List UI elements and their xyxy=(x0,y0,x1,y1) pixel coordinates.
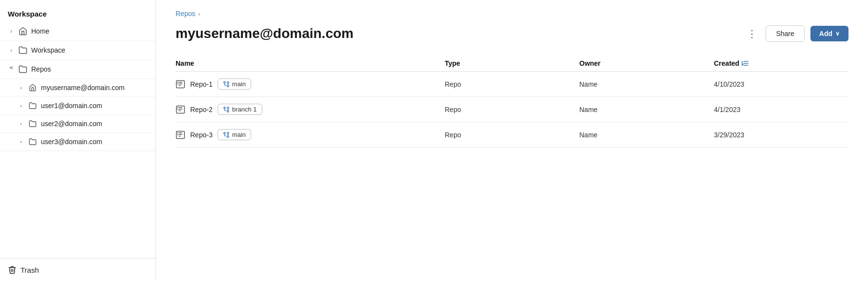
chevron-right-icon: › xyxy=(18,138,24,145)
folder-icon xyxy=(19,65,27,74)
repo-name-cell: Repo-2 branch 1 xyxy=(176,104,445,115)
sidebar-child-label: user2@domain.com xyxy=(41,120,102,128)
table-header: Name Type Owner Created xyxy=(176,56,848,72)
sidebar-item-trash[interactable]: Trash xyxy=(0,258,156,281)
sidebar-child-label: user1@domain.com xyxy=(41,102,102,110)
table-row[interactable]: Repo-2 branch 1 Repo Name xyxy=(176,97,848,122)
chevron-right-icon: › xyxy=(18,120,24,127)
sidebar-item-user3[interactable]: › user3@domain.com xyxy=(0,133,156,151)
branch-name: main xyxy=(232,80,246,88)
branch-badge[interactable]: main xyxy=(217,78,251,90)
cell-owner: Name xyxy=(579,106,714,113)
repo-icon xyxy=(176,79,185,89)
chevron-down-icon: ∨ xyxy=(8,66,15,73)
repo-icon xyxy=(176,105,185,114)
svg-point-27 xyxy=(177,132,178,133)
repo-icon xyxy=(176,130,185,140)
branch-badge[interactable]: main xyxy=(217,129,251,140)
branch-name: main xyxy=(232,131,246,138)
cell-type: Repo xyxy=(445,80,579,88)
trash-label: Trash xyxy=(20,266,39,274)
add-label: Add xyxy=(819,30,832,37)
col-owner-header: Owner xyxy=(579,59,714,67)
branch-icon xyxy=(223,131,230,138)
sidebar-item-label: Workspace xyxy=(31,46,148,54)
sidebar-item-home[interactable]: › Home xyxy=(0,22,156,41)
branch-icon xyxy=(223,81,230,88)
sidebar-item-label: Repos xyxy=(31,65,148,73)
branch-icon xyxy=(223,106,230,113)
branch-name: branch 1 xyxy=(232,106,257,113)
sidebar: Workspace › Home › Workspace ∨ Repos xyxy=(0,0,156,281)
folder-icon xyxy=(28,137,37,146)
sidebar-item-user1[interactable]: › user1@domain.com xyxy=(0,97,156,115)
page-header: myusername@domain.com ⋮ Share Add ∨ xyxy=(176,25,848,42)
cell-owner: Name xyxy=(579,131,714,139)
svg-point-28 xyxy=(177,134,178,135)
repo-name: Repo-1 xyxy=(190,80,213,88)
chevron-right-icon: › xyxy=(18,84,24,91)
col-name-header: Name xyxy=(176,59,445,67)
folder-icon xyxy=(19,46,27,55)
sidebar-child-label: myusername@domain.com xyxy=(41,84,124,92)
folder-icon xyxy=(28,119,37,128)
sidebar-repos-children: › myusername@domain.com › user1@domain.c… xyxy=(0,79,156,151)
svg-point-8 xyxy=(177,83,178,84)
sidebar-item-label: Home xyxy=(31,27,148,35)
svg-point-7 xyxy=(177,81,178,82)
add-chevron-icon: ∨ xyxy=(835,30,840,37)
breadcrumb-separator: › xyxy=(198,10,200,18)
share-button[interactable]: Share xyxy=(766,25,804,42)
trash-icon xyxy=(8,265,17,274)
repo-name-cell: Repo-1 main xyxy=(176,78,445,90)
cell-owner: Name xyxy=(579,80,714,88)
home-icon xyxy=(28,83,37,92)
sidebar-item-myuser[interactable]: › myusername@domain.com xyxy=(0,79,156,97)
sidebar-item-repos[interactable]: ∨ Repos xyxy=(0,60,156,79)
repos-table: Name Type Owner Created xyxy=(176,56,848,148)
svg-point-18 xyxy=(177,109,178,110)
repo-name-cell: Repo-3 main xyxy=(176,129,445,140)
col-type-header: Type xyxy=(445,59,579,67)
breadcrumb-repos[interactable]: Repos xyxy=(176,10,195,18)
svg-point-17 xyxy=(177,107,178,108)
sidebar-child-label: user3@domain.com xyxy=(41,138,102,146)
repo-name: Repo-3 xyxy=(190,131,213,139)
cell-created: 4/1/2023 xyxy=(714,106,848,113)
header-actions: ⋮ Share Add ∨ xyxy=(744,25,848,42)
cell-created: 3/29/2023 xyxy=(714,131,848,139)
sort-icon xyxy=(741,59,749,67)
cell-type: Repo xyxy=(445,131,579,139)
breadcrumb: Repos › xyxy=(176,10,848,18)
folder-icon xyxy=(28,101,37,110)
cell-created: 4/10/2023 xyxy=(714,80,848,88)
main-content: Repos › myusername@domain.com ⋮ Share Ad… xyxy=(156,0,868,281)
branch-badge[interactable]: branch 1 xyxy=(217,104,262,115)
add-button[interactable]: Add ∨ xyxy=(810,26,848,41)
col-created-header[interactable]: Created xyxy=(714,59,848,67)
table-row[interactable]: Repo-1 main Repo Name 4/ xyxy=(176,72,848,97)
sidebar-item-workspace[interactable]: › Workspace xyxy=(0,41,156,60)
repo-name: Repo-2 xyxy=(190,106,213,113)
cell-type: Repo xyxy=(445,106,579,113)
chevron-right-icon: › xyxy=(8,47,15,54)
more-options-button[interactable]: ⋮ xyxy=(744,26,760,41)
chevron-right-icon: › xyxy=(18,102,24,109)
sidebar-title: Workspace xyxy=(0,4,156,22)
page-title: myusername@domain.com xyxy=(176,26,736,41)
home-icon xyxy=(19,27,27,36)
table-row[interactable]: Repo-3 main Repo Name 3/ xyxy=(176,122,848,148)
chevron-right-icon: › xyxy=(8,28,15,35)
sidebar-item-user2[interactable]: › user2@domain.com xyxy=(0,115,156,133)
